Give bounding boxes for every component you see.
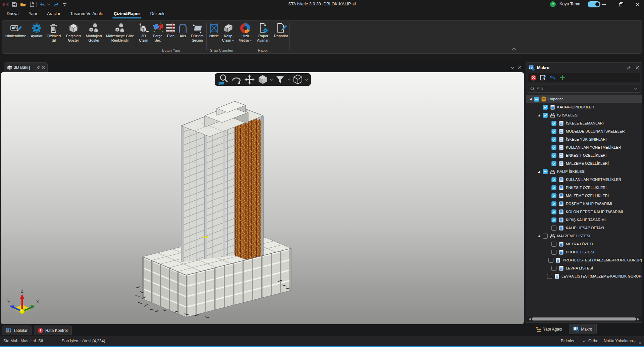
scroll-right-arrow[interactable] — [636, 318, 641, 320]
checkbox-checked[interactable] — [551, 177, 556, 182]
menu-duzenle[interactable]: Düzenle — [148, 9, 168, 18]
dropdown-chevron-icon[interactable] — [232, 39, 234, 42]
ortho-toggle[interactable]: Ortho — [588, 339, 598, 343]
tree-item[interactable]: KİRİŞ KALIP TASARIMI — [526, 216, 642, 224]
edit-macro-icon[interactable] — [540, 75, 546, 81]
menu-cizim-rapor[interactable]: Çizim&Rapor — [112, 9, 142, 18]
checkbox-checked[interactable] — [551, 137, 556, 142]
tree-item[interactable]: PROFİL LİSTESİ — [526, 248, 642, 256]
tree-item[interactable]: Raporlar — [526, 95, 642, 103]
checkbox-checked[interactable] — [551, 145, 556, 150]
tree-item[interactable]: METRAJ ÖZETİ — [526, 240, 642, 248]
tree-item[interactable]: PROFİL LİSTESİ (MALZEME-PROFİL GURUP) — [526, 256, 642, 264]
checkbox-partial[interactable] — [543, 169, 548, 174]
ayarlar-button[interactable]: Ayarlar — [29, 22, 45, 38]
checkbox-unchecked[interactable] — [547, 274, 552, 279]
rapor-ayarlari-button[interactable]: Rapor Ayarları — [254, 22, 273, 43]
menu-araclar[interactable]: Araçlar — [45, 9, 62, 18]
parcalari-goster-button[interactable]: Parçaları Göster — [63, 22, 84, 43]
snap-chevron-icon[interactable] — [633, 340, 636, 343]
tree-item[interactable]: MODELDE BULUNAN İSKELELER — [526, 127, 642, 135]
checkbox-unchecked[interactable] — [551, 242, 556, 247]
raporlar-button[interactable]: Raporlar — [273, 22, 289, 38]
checkbox-unchecked[interactable] — [548, 258, 553, 263]
checkbox-checked[interactable] — [551, 129, 556, 134]
snap-dropdown[interactable]: Nokta Yakalama — [604, 339, 633, 343]
zoom-button[interactable]: 100 — [217, 74, 229, 85]
checkbox-unchecked[interactable] — [551, 266, 556, 271]
checkbox-partial[interactable] — [534, 97, 539, 102]
duzlem-secimi-button[interactable]: Düzlem Seçimi — [189, 22, 206, 43]
pan-button[interactable] — [243, 74, 256, 85]
cizimleri-sil-button[interactable]: Çizimleri Sil — [45, 22, 63, 43]
search-input[interactable] — [537, 86, 632, 91]
close-view-icon[interactable] — [518, 64, 523, 70]
3d-cizim-button[interactable]: 3D Çizim — [137, 22, 151, 43]
isimlendirme-button[interactable]: AB İsimlendirme — [3, 22, 29, 38]
view-cube-chevron-icon[interactable] — [269, 74, 273, 85]
close-button[interactable] — [631, 0, 644, 9]
tree-item[interactable]: MALZEME ÖZELLİKLERİ — [526, 159, 642, 167]
iskele-button[interactable]: İskele — [207, 22, 221, 38]
expander-icon[interactable] — [537, 234, 541, 238]
checkbox-checked[interactable] — [551, 121, 556, 126]
display-mode-chevron-icon[interactable] — [305, 74, 309, 85]
tab-tablolar[interactable]: Tablolar — [2, 326, 32, 335]
malzemeye-gore-renklendir-button[interactable]: Malzemeye Göre Renklendir — [104, 22, 136, 43]
tree-item[interactable]: MALZEME ÖZELLİKLERİ — [526, 192, 642, 200]
tree-item[interactable]: DÖŞEME KALIP TASARIMI — [526, 200, 642, 208]
close-panel-icon[interactable] — [635, 66, 639, 70]
tree-item[interactable]: KULLANILAN YÖNETMELİKLER — [526, 176, 642, 184]
expander-icon[interactable] — [537, 170, 541, 173]
parca-sec-button[interactable]: Parça Seç — [151, 22, 165, 43]
menu-yapi[interactable]: Yapı — [26, 9, 39, 18]
units-chevron-icon[interactable] — [582, 340, 586, 343]
checkbox-unchecked[interactable] — [551, 226, 556, 231]
checkbox-checked[interactable] — [551, 193, 556, 198]
checkbox-unchecked[interactable] — [543, 234, 548, 239]
hizli-metraj-button[interactable]: Hızlı Metraj — [236, 22, 254, 43]
checkbox-checked[interactable] — [551, 161, 556, 166]
checkbox-checked[interactable] — [543, 113, 548, 118]
checkbox-checked[interactable] — [543, 105, 548, 110]
help-icon[interactable]: ? — [550, 1, 556, 7]
tree-item[interactable]: KALIP HESAP DETAYI — [526, 224, 642, 232]
delete-macro-icon[interactable] — [530, 75, 537, 81]
montajlari-goster-button[interactable]: Montajları Göster — [84, 22, 104, 43]
search-chevron-icon[interactable] — [634, 88, 638, 90]
tab-makro[interactable]: Makro — [569, 324, 596, 334]
checkbox-checked[interactable] — [551, 185, 556, 190]
minimize-button[interactable] — [597, 0, 610, 9]
dropdown-chevron-icon[interactable] — [250, 39, 252, 42]
checkbox-checked[interactable] — [551, 153, 556, 158]
horizontal-scrollbar[interactable] — [527, 317, 641, 321]
tree-item[interactable]: LEVHA LİSTESİ (MALZEME-KALINLIK GURUP) — [526, 272, 642, 280]
filter-chevron-icon[interactable] — [287, 74, 291, 85]
tree-item[interactable]: KAPAK-İÇİNDEKİLER — [526, 103, 642, 111]
scrollbar-thumb[interactable] — [532, 317, 636, 320]
tree-item[interactable]: ABİŞ İSKELESİ — [526, 111, 642, 119]
checkbox-checked[interactable] — [551, 201, 556, 206]
display-mode-button[interactable] — [291, 74, 304, 85]
tree-item[interactable]: ENKESİT ÖZELLİKLERİ — [526, 184, 642, 192]
tree-item[interactable]: ABMALZEME LİSTESİ — [526, 232, 642, 240]
units-dropdown[interactable]: Birimler — [561, 339, 575, 343]
checkbox-checked[interactable] — [551, 217, 556, 222]
expander-icon[interactable] — [528, 97, 532, 101]
filter-button[interactable] — [274, 74, 286, 85]
tree-item[interactable]: KOLON PERDE KALIP TASARIMI — [526, 208, 642, 216]
resize-grip[interactable] — [637, 340, 641, 344]
tree-item[interactable]: LEVHA LİSTESİ — [526, 264, 642, 272]
tab-hata-kontrol[interactable]: Hata Kontrol — [34, 326, 72, 335]
tab-yapi-agaci[interactable]: Yapı Ağacı — [532, 324, 566, 334]
pin-panel-icon[interactable] — [626, 65, 631, 70]
menu-dosya[interactable]: Dosya — [5, 9, 20, 18]
tree-item[interactable]: İSKELE YÜK SINIFLARI — [526, 135, 642, 143]
restore-button[interactable] — [614, 0, 628, 9]
search-box[interactable] — [528, 85, 640, 93]
menu-tasarim-ve-analiz[interactable]: Tasarım Ve Analiz — [68, 9, 106, 18]
3d-viewport[interactable]: 100 — [1, 72, 524, 324]
checkbox-unchecked[interactable] — [551, 250, 556, 255]
tree-item[interactable]: KULLANILAN YÖNETMELİKLER — [526, 143, 642, 151]
ribbon-collapse-icon[interactable] — [512, 46, 519, 51]
